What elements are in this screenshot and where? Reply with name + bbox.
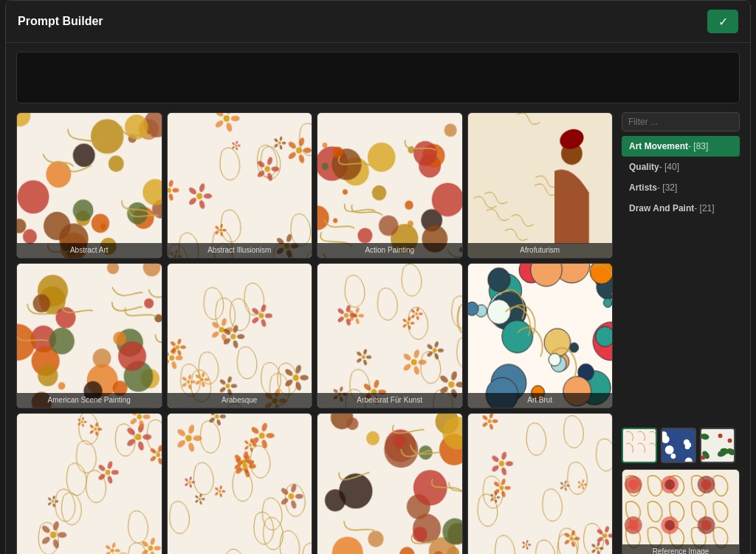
prompt-input-area [16,52,740,103]
grid-item-label: Arabesque [168,393,312,408]
reference-image-box[interactable]: Reference Image [622,469,740,555]
filter-list: Art Movement- [83]Quality- [40]Artists- … [622,136,740,219]
thumbnail-canvas [623,429,656,462]
image-grid-section: Abstract ArtAbstract IllusionismAction P… [16,112,613,554]
grid-item-canvas [317,113,462,258]
thumbnail-canvas [701,429,734,462]
grid-item-canvas [17,414,162,554]
grid-item-canvas [17,264,162,408]
grid-item-canvas [468,264,613,408]
grid-item-bottom4[interactable] [467,413,614,554]
grid-item-canvas [17,113,162,258]
title-bar: Prompt Builder ✓ [6,1,750,43]
grid-item-afrofuturism[interactable]: Afrofuturism [467,112,614,259]
filter-item-artists[interactable]: Artists- [32] [622,177,740,198]
reference-image-canvas [622,470,739,555]
grid-item-label: American Scene Painting [17,393,162,408]
filter-item-quality[interactable]: Quality- [40] [622,157,740,177]
grid-item-art-brut[interactable]: Art Brut [467,263,614,409]
filter-count: - [40] [659,162,679,172]
grid-item-abstract-illusionism[interactable]: Abstract Illusionism [167,112,313,259]
thumbnail-thumb1[interactable] [622,428,657,463]
grid-item-label: Arbeitsrat Für Kunst [317,393,462,408]
reference-image-label: Reference Image [622,544,739,555]
filter-name: Art Movement [629,141,688,151]
filter-input[interactable] [622,112,740,131]
app-window: Prompt Builder ✓ Abstract ArtAbstract Il… [5,0,751,554]
grid-item-american-scene-painting[interactable]: American Scene Painting [16,263,162,409]
thumbnails-row [622,428,740,463]
grid-item-label: Afrofuturism [468,243,613,258]
filter-name: Draw And Paint [629,203,694,213]
filter-item-draw-and-paint[interactable]: Draw And Paint- [21] [622,198,740,219]
grid-item-bottom1[interactable] [16,413,162,554]
image-grid: Abstract ArtAbstract IllusionismAction P… [16,112,613,554]
thumbnail-canvas [662,429,695,462]
spacer [622,223,740,420]
grid-item-canvas [168,113,312,258]
filter-name: Artists [629,182,657,193]
main-content: Abstract ArtAbstract IllusionismAction P… [6,112,750,554]
grid-item-bottom3[interactable] [317,413,463,554]
grid-item-bottom2[interactable] [167,413,313,554]
grid-item-action-painting[interactable]: Action Painting [317,112,463,259]
filter-item-art-movement[interactable]: Art Movement- [83] [622,136,740,157]
prompt-textarea[interactable] [17,52,739,103]
thumbnail-thumb2[interactable] [661,428,696,463]
grid-item-canvas [317,264,462,408]
grid-item-label: Abstract Art [17,243,162,258]
grid-item-abstract-art[interactable]: Abstract Art [16,112,162,259]
window-title: Prompt Builder [18,15,103,28]
grid-item-canvas [168,414,312,554]
sidebar: Art Movement- [83]Quality- [40]Artists- … [622,112,740,554]
grid-item-label: Art Brut [468,393,613,408]
grid-item-canvas [468,113,613,258]
thumbnail-thumb3[interactable] [700,428,735,463]
grid-item-canvas [317,414,462,554]
grid-item-arabesque[interactable]: Arabesque [167,263,313,409]
grid-item-label: Action Painting [317,243,462,258]
filter-count: - [21] [694,203,714,213]
grid-item-label: Abstract Illusionism [168,243,312,258]
grid-item-canvas [168,264,312,408]
confirm-button[interactable]: ✓ [707,10,738,33]
filter-count: - [32] [657,182,677,193]
filter-count: - [83] [688,141,708,151]
filter-name: Quality [629,162,659,172]
grid-item-arbeitsrat-fur-kunst[interactable]: Arbeitsrat Für Kunst [317,263,463,409]
grid-item-canvas [468,414,613,554]
